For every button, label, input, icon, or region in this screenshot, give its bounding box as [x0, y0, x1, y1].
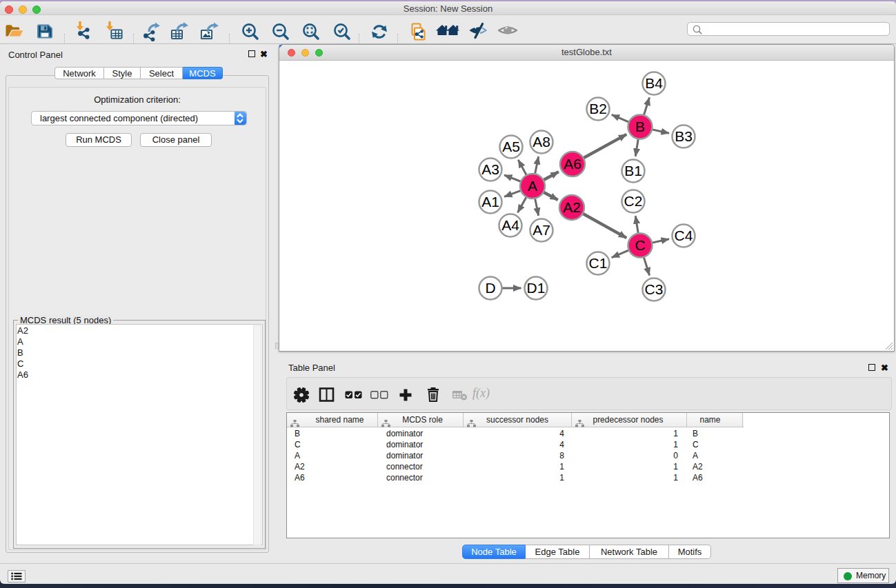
svg-text:A2: A2 [563, 199, 581, 215]
svg-text:C4: C4 [675, 227, 693, 243]
svg-text:A3: A3 [481, 161, 499, 177]
svg-text:A8: A8 [532, 134, 550, 150]
svg-text:C1: C1 [589, 255, 608, 271]
svg-text:B: B [635, 119, 645, 134]
svg-text:A4: A4 [501, 217, 519, 233]
svg-text:C2: C2 [624, 193, 643, 209]
svg-text:A6: A6 [564, 156, 581, 172]
svg-text:B3: B3 [675, 128, 693, 144]
svg-text:B1: B1 [624, 163, 642, 179]
svg-text:A: A [528, 178, 537, 194]
svg-text:B4: B4 [645, 75, 663, 91]
svg-text:A1: A1 [481, 194, 499, 210]
svg-text:A7: A7 [532, 222, 550, 238]
svg-text:B2: B2 [589, 101, 607, 116]
svg-text:D: D [485, 280, 495, 296]
svg-text:D1: D1 [527, 280, 546, 296]
svg-text:A5: A5 [502, 139, 520, 154]
svg-text:C3: C3 [645, 281, 664, 297]
svg-text:C: C [635, 237, 645, 253]
